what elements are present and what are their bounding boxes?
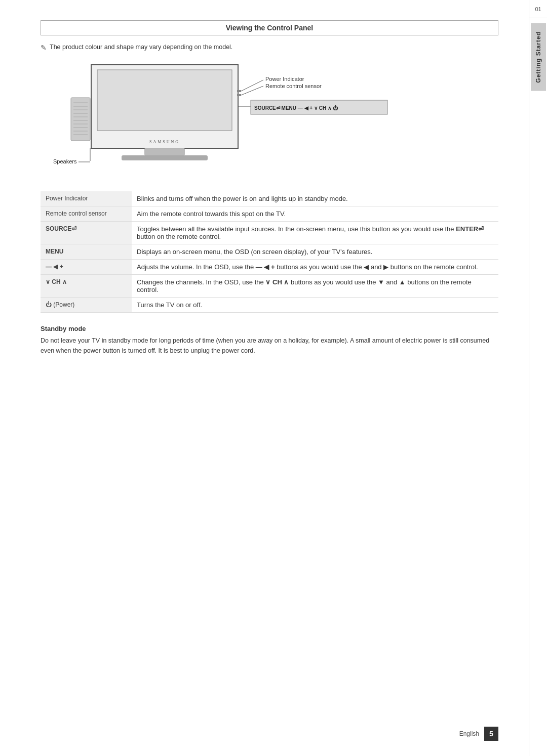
table-cell-label: Power Indicator	[41, 191, 132, 206]
svg-line-20	[241, 86, 263, 95]
tab-label: Getting Started	[531, 23, 546, 91]
svg-rect-18	[237, 94, 241, 96]
table-cell-desc: Displays an on-screen menu, the OSD (on …	[132, 244, 498, 260]
table-row: Power Indicator Blinks and turns off whe…	[41, 191, 498, 206]
svg-text:SOURCE⏎  MENU  — ◀ +  ∨ CH ∧  : SOURCE⏎ MENU — ◀ + ∨ CH ∧ ⏻	[254, 105, 338, 111]
table-row: ∨ CH ∧ Changes the channels. In the OSD,…	[41, 275, 498, 298]
table-cell-label: ∨ CH ∧	[41, 275, 132, 298]
svg-rect-4	[122, 155, 208, 160]
svg-rect-1	[97, 70, 232, 131]
tab-number: 01	[529, 0, 548, 18]
table-cell-desc: Toggles between all the available input …	[132, 222, 498, 244]
table-row: MENU Displays an on-screen menu, the OSD…	[41, 244, 498, 260]
section-title: Viewing the Control Panel	[41, 20, 498, 35]
table-row: SOURCE⏎ Toggles between all the availabl…	[41, 222, 498, 244]
table-cell-label: — ◀ +	[41, 260, 132, 275]
tv-diagram-svg: SAMSUNG	[51, 60, 395, 176]
table-cell-desc: Turns the TV on or off.	[132, 298, 498, 313]
table-cell-label: MENU	[41, 244, 132, 260]
svg-text:Remote control sensor: Remote control sensor	[265, 83, 322, 89]
svg-rect-17	[237, 90, 241, 92]
table-cell-label: Remote control sensor	[41, 206, 132, 222]
table-row: — ◀ + Adjusts the volume. In the OSD, us…	[41, 260, 498, 275]
svg-text:Power Indicator: Power Indicator	[265, 76, 304, 82]
tv-diagram: SAMSUNG	[51, 60, 395, 176]
standby-title: Standby mode	[41, 325, 498, 332]
table-row: ⏻ (Power) Turns the TV on or off.	[41, 298, 498, 313]
note-icon: ✎	[41, 44, 47, 52]
standby-text: Do not leave your TV in standby mode for…	[41, 335, 498, 356]
svg-text:Speakers: Speakers	[53, 158, 77, 164]
footer-page-number: 5	[484, 727, 498, 741]
footer-language: English	[459, 730, 479, 737]
standby-section: Standby mode Do not leave your TV in sta…	[41, 325, 498, 356]
page-footer: English 5	[459, 727, 498, 741]
table-cell-desc: Adjusts the volume. In the OSD, use the …	[132, 260, 498, 275]
table-cell-desc: Aim the remote control towards this spot…	[132, 206, 498, 222]
note-line: ✎ The product colour and shape may vary …	[41, 44, 498, 52]
svg-rect-3	[144, 148, 185, 155]
svg-line-19	[241, 80, 263, 91]
table-cell-label: ⏻ (Power)	[41, 298, 132, 313]
control-table: Power Indicator Blinks and turns off whe…	[41, 191, 498, 313]
svg-rect-5	[71, 98, 90, 141]
svg-text:SAMSUNG: SAMSUNG	[149, 140, 180, 144]
table-cell-desc: Changes the channels. In the OSD, use th…	[132, 275, 498, 298]
table-cell-desc: Blinks and turns off when the power is o…	[132, 191, 498, 206]
table-row: Remote control sensor Aim the remote con…	[41, 206, 498, 222]
table-cell-label: SOURCE⏎	[41, 222, 132, 244]
note-text: The product colour and shape may vary de…	[50, 44, 232, 51]
side-tab: 01 Getting Started	[529, 0, 547, 756]
